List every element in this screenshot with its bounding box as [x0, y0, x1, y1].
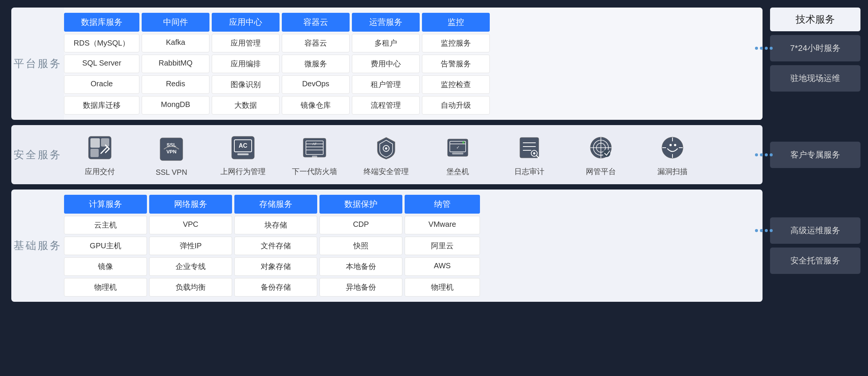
- cell-3-1: MongDB: [142, 96, 209, 115]
- security-section-bg: 安全服务: [11, 125, 763, 184]
- cell-0-5: 监控服务: [422, 34, 490, 52]
- sidebar-item-247: 7*24小时服务: [770, 35, 860, 61]
- base-row-0: 云主机 VPC 块存储 CDP VMware: [64, 216, 755, 234]
- header-db: 数据库服务: [64, 13, 139, 32]
- security-item-5: ✓ 堡垒机: [422, 133, 494, 177]
- right-tech-panel-security: 客户专属服务: [763, 125, 868, 184]
- svg-rect-1: [90, 138, 100, 148]
- security-item-4: 终端安全管理: [350, 133, 422, 177]
- dot3: [765, 47, 768, 50]
- svg-text:AC: AC: [238, 142, 248, 149]
- log-audit-icon: [514, 133, 544, 163]
- header-納管: 纳管: [405, 195, 480, 214]
- cell-1-0: SQL Server: [64, 55, 139, 73]
- security-name-7: 网管平台: [586, 167, 616, 177]
- header-app: 应用中心: [212, 13, 280, 32]
- security-label: 安全服务: [11, 125, 64, 184]
- svg-point-31: [533, 152, 535, 154]
- security-item-7: 网管平台: [565, 133, 637, 177]
- security-item-0: 应用交付: [64, 133, 136, 177]
- base-cell-1-0: GPU主机: [64, 237, 147, 255]
- cell-0-1: Kafka: [142, 34, 209, 52]
- header-compute: 计算服务: [64, 195, 147, 214]
- platform-row-0: RDS（MySQL） Kafka 应用管理 容器云 多租户 监控服务: [64, 34, 755, 52]
- dotted-connector-base: [755, 229, 773, 232]
- svg-rect-17: [312, 156, 317, 158]
- cell-3-5: 自动升级: [422, 96, 490, 115]
- security-item-2: AC 上网行为管理: [207, 133, 279, 177]
- platform-row-2: Oracle Redis 图像识别 DevOps 租户管理 监控检查: [64, 75, 755, 94]
- security-name-2: 上网行为管理: [220, 167, 266, 177]
- base-cell-0-1: VPC: [149, 216, 232, 234]
- base-cell-0-3: CDP: [319, 216, 402, 234]
- right-tech-panel-top: 技术服务 7*24小时服务 驻地现场运维: [763, 8, 868, 120]
- base-row-3: 物理机 负载均衡 备份存储 异地备份 物理机: [64, 278, 755, 297]
- cell-1-1: RabbitMQ: [142, 55, 209, 73]
- dotted-connector-247: [755, 47, 773, 50]
- base-cell-1-4: 阿里云: [405, 237, 480, 255]
- sidebar-item-security-managed: 安全托管服务: [770, 248, 860, 274]
- base-row-1: GPU主机 弹性IP 文件存储 快照 阿里云: [64, 237, 755, 255]
- svg-rect-3: [90, 149, 99, 157]
- base-row-2: 镜像 企业专线 对象存储 本地备份 AWS: [64, 257, 755, 276]
- base-cell-2-0: 镜像: [64, 257, 147, 276]
- dot4: [770, 47, 773, 50]
- ssl-vpn-icon: SSL VPN: [156, 134, 186, 164]
- cell-0-2: 应用管理: [212, 34, 280, 52]
- svg-point-19: [385, 147, 387, 150]
- svg-point-41: [674, 144, 676, 146]
- bastion-icon: ✓: [443, 133, 473, 163]
- header-ops: 运营服务: [352, 13, 420, 32]
- base-grid: 计算服务 网络服务 存储服务 数据保护 纳管 云主机 VPC 块存储 CDP V…: [64, 190, 763, 302]
- tech-service-title: 技术服务: [770, 8, 860, 31]
- app-delivery-icon: [85, 133, 115, 163]
- security-grid: 应用交付 SSL VPN SSL VPN: [64, 125, 763, 184]
- cell-1-3: 微服务: [282, 55, 350, 73]
- cell-3-0: 数据库迁移: [64, 96, 139, 115]
- base-cell-3-2: 备份存储: [234, 278, 317, 297]
- vuln-scan-icon: [657, 133, 688, 163]
- base-cell-1-2: 文件存储: [234, 237, 317, 255]
- right-tech-panel-base: 高级运维服务 安全托管服务: [763, 190, 868, 302]
- cell-3-3: 镜像仓库: [282, 96, 350, 115]
- platform-section-row: 平台服务 数据库服务 中间件 应用中心 容器云 运营服务 监控 RDS（MySQ…: [11, 8, 868, 120]
- platform-row-3: 数据库迁移 MongDB 大数据 镜像仓库 流程管理 自动升级: [64, 96, 755, 115]
- cell-0-3: 容器云: [282, 34, 350, 52]
- security-item-8: 漏洞扫描: [637, 133, 708, 177]
- security-name-1: SSL VPN: [156, 168, 187, 177]
- dot2: [760, 47, 763, 50]
- cell-2-2: 图像识别: [212, 75, 280, 94]
- dotted-connector-security: [755, 153, 773, 156]
- security-icons-row: 应用交付 SSL VPN SSL VPN: [64, 133, 755, 177]
- header-monitor: 监控: [422, 13, 490, 32]
- header-mw: 中间件: [142, 13, 209, 32]
- base-cell-3-0: 物理机: [64, 278, 147, 297]
- base-section-row: 基础服务 计算服务 网络服务 存储服务 数据保护 纳管 云主机 VPC 块存储 …: [11, 190, 868, 302]
- base-cell-2-1: 企业专线: [149, 257, 232, 276]
- platform-section-bg: 平台服务 数据库服务 中间件 应用中心 容器云 运营服务 监控 RDS（MySQ…: [11, 8, 763, 120]
- base-label: 基础服务: [11, 190, 64, 302]
- base-cell-0-4: VMware: [405, 216, 480, 234]
- cell-2-4: 租户管理: [352, 75, 420, 94]
- security-item-6: 日志审计: [494, 133, 565, 177]
- main-content: 平台服务 数据库服务 中间件 应用中心 容器云 运营服务 监控 RDS（MySQ…: [0, 0, 868, 376]
- cell-1-5: 告警服务: [422, 55, 490, 73]
- security-item-1: SSL VPN SSL VPN: [136, 134, 207, 177]
- base-cell-2-3: 本地备份: [319, 257, 402, 276]
- base-cell-2-4: AWS: [405, 257, 480, 276]
- sidebar-item-onsite: 驻地现场运维: [770, 65, 860, 92]
- base-section-bg: 基础服务 计算服务 网络服务 存储服务 数据保护 纳管 云主机 VPC 块存储 …: [11, 190, 763, 302]
- network-mgmt-icon: [586, 133, 616, 163]
- security-name-0: 应用交付: [85, 167, 115, 177]
- security-name-4: 终端安全管理: [364, 167, 409, 177]
- security-name-5: 堡垒机: [446, 167, 469, 177]
- sidebar-item-exclusive: 客户专属服务: [770, 142, 860, 168]
- base-cell-0-0: 云主机: [64, 216, 147, 234]
- platform-grid: 数据库服务 中间件 应用中心 容器云 运营服务 监控 RDS（MySQL） Ka…: [64, 8, 763, 120]
- cell-2-5: 监控检查: [422, 75, 490, 94]
- header-container: 容器云: [282, 13, 350, 32]
- base-cell-3-1: 负载均衡: [149, 278, 232, 297]
- svg-point-40: [669, 144, 672, 146]
- security-name-6: 日志审计: [514, 167, 544, 177]
- header-network: 网络服务: [149, 195, 232, 214]
